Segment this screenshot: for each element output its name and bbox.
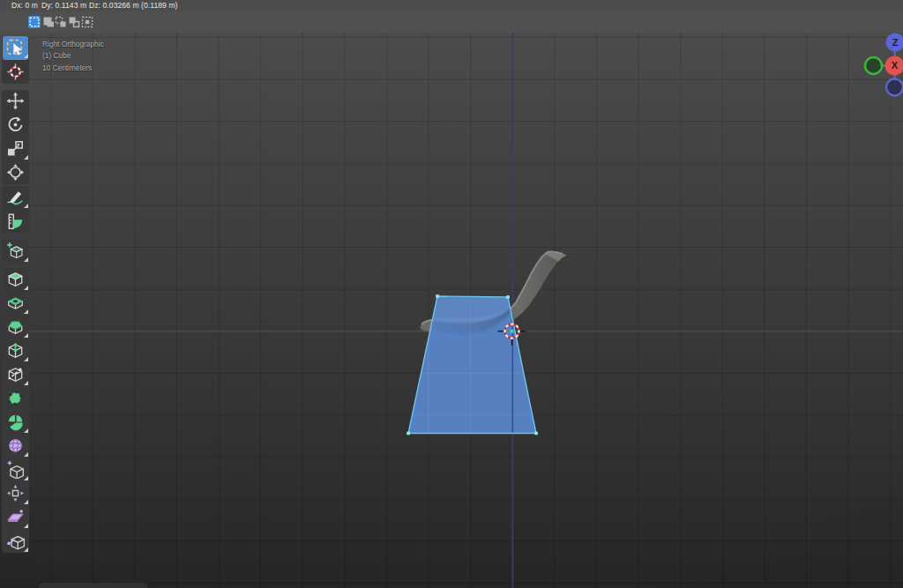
svg-text:Z: Z bbox=[892, 37, 899, 48]
svg-text:X: X bbox=[892, 60, 899, 71]
